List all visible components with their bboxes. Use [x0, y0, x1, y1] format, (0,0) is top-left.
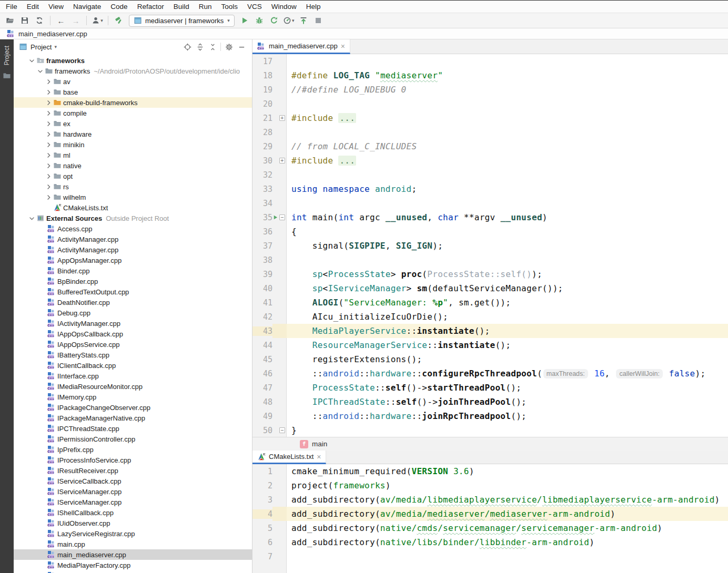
chevron-right-icon[interactable]: [44, 130, 53, 138]
hide-panel-button[interactable]: [235, 41, 248, 53]
tree-item[interactable]: C++IPermissionController.cpp: [14, 434, 252, 444]
run-button[interactable]: [238, 14, 251, 27]
tree-item[interactable]: C++IInterface.cpp: [14, 371, 252, 381]
profiler-button[interactable]: ▾: [282, 14, 296, 27]
chevron-right-icon[interactable]: [44, 193, 53, 201]
tree-item[interactable]: C++Access.cpp: [14, 223, 252, 234]
tree-item[interactable]: C++BpBinder.cpp: [14, 276, 252, 286]
chevron-down-icon[interactable]: [27, 56, 36, 65]
tree-item[interactable]: C++IAppOpsCallback.cpp: [14, 329, 252, 339]
breadcrumb-function[interactable]: main: [312, 440, 327, 448]
run-configuration-select[interactable]: mediaserver | frameworks ▾: [129, 15, 235, 27]
forward-button[interactable]: →: [69, 14, 83, 27]
chevron-down-icon[interactable]: [36, 67, 45, 75]
chevron-right-icon[interactable]: [44, 161, 53, 170]
debug-button[interactable]: [252, 14, 266, 27]
fold-marker-icon[interactable]: +: [279, 158, 285, 163]
tree-item[interactable]: C++IPCThreadState.cpp: [14, 423, 252, 434]
close-icon[interactable]: ×: [341, 43, 345, 50]
tree-item[interactable]: CMakeLists.txt: [14, 202, 252, 213]
tree-item[interactable]: C++IMediaResourceMonitor.cpp: [14, 381, 252, 392]
tree-item[interactable]: C++AppOpsManager.cpp: [14, 255, 252, 265]
tree-item[interactable]: C++ActivityManager.cpp: [14, 234, 252, 244]
tree-item[interactable]: C++IPackageChangeObserver.cpp: [14, 402, 252, 413]
tree-item[interactable]: C++Debug.cpp: [14, 308, 252, 318]
tree-item[interactable]: opt: [14, 171, 252, 181]
chevron-right-icon[interactable]: [44, 182, 53, 191]
tree-item[interactable]: rs: [14, 181, 252, 192]
menu-item-file[interactable]: File: [1, 1, 22, 13]
tree-item[interactable]: cmake-build-frameworks: [14, 97, 252, 108]
tree-item[interactable]: C++IMemory.cpp: [14, 392, 252, 402]
settings-button[interactable]: [223, 41, 235, 53]
coverage-button[interactable]: [267, 14, 281, 27]
tree-item[interactable]: C++IShellCallback.cpp: [14, 507, 252, 518]
tree-item[interactable]: C++DeathNotifier.cpp: [14, 297, 252, 308]
back-button[interactable]: ←: [54, 14, 68, 27]
chevron-right-icon[interactable]: [44, 77, 53, 86]
tree-item[interactable]: C++IServiceManager.cpp: [14, 497, 252, 507]
fold-marker-icon[interactable]: +: [279, 115, 285, 121]
chevron-right-icon[interactable]: [44, 172, 53, 180]
menu-item-view[interactable]: View: [44, 1, 68, 13]
tree-item[interactable]: wilhelm: [14, 192, 252, 202]
tree-item[interactable]: native: [14, 160, 252, 171]
chevron-right-icon[interactable]: [44, 151, 53, 159]
tree-item[interactable]: frameworks: [14, 55, 252, 66]
menu-item-code[interactable]: Code: [106, 1, 132, 13]
expand-all-button[interactable]: [194, 41, 206, 53]
menu-item-run[interactable]: Run: [194, 1, 217, 13]
collapse-all-button[interactable]: [206, 41, 219, 53]
tree-item[interactable]: C++IServiceManager.cpp: [14, 486, 252, 497]
open-button[interactable]: [3, 14, 17, 27]
tree-item[interactable]: C++IUidObserver.cpp: [14, 518, 252, 528]
chevron-down-icon[interactable]: [27, 214, 36, 222]
tree-item[interactable]: C++main.cpp: [14, 539, 252, 549]
tree-item[interactable]: C++Binder.cpp: [14, 265, 252, 276]
menu-item-edit[interactable]: Edit: [22, 1, 44, 13]
tree-item[interactable]: C++IServiceCallback.cpp: [14, 476, 252, 486]
tree-item[interactable]: C++IpPrefix.cpp: [14, 444, 252, 455]
tree-item[interactable]: frameworks~/Android/ProtonAOSP/out/devel…: [14, 66, 252, 76]
close-icon[interactable]: ×: [317, 453, 321, 461]
code-editor-cmake[interactable]: 1cmake_minimum_required(VERSION 3.6)2pro…: [252, 464, 728, 573]
caret-down-icon[interactable]: ▾: [54, 44, 57, 49]
tree-item[interactable]: C++LazyServiceRegistrar.cpp: [14, 528, 252, 539]
menu-item-build[interactable]: Build: [169, 1, 194, 13]
tree-item[interactable]: C++IActivityManager.cpp: [14, 318, 252, 329]
fold-marker-icon[interactable]: −: [279, 427, 285, 433]
menu-item-tools[interactable]: Tools: [216, 1, 242, 13]
save-button[interactable]: [18, 14, 32, 27]
tree-item[interactable]: C++IAppOpsService.cpp: [14, 339, 252, 350]
tree-item[interactable]: C++IPackageManagerNative.cpp: [14, 413, 252, 423]
tab-main-mediaserver[interactable]: C++ main_mediaserver.cpp ×: [252, 39, 350, 54]
chevron-right-icon[interactable]: [44, 88, 53, 96]
tree-item[interactable]: base: [14, 87, 252, 97]
sync-button[interactable]: [33, 14, 46, 27]
chevron-right-icon[interactable]: [44, 119, 53, 128]
tree-item[interactable]: C++MediaPlayerService.cpp: [14, 570, 252, 573]
tree-item[interactable]: External SourcesOutside Project Root: [14, 213, 252, 223]
code-editor-main[interactable]: 1718#define LOG_TAG "mediaserver"19//#de…: [252, 54, 728, 437]
chevron-right-icon[interactable]: [44, 109, 53, 117]
build-button[interactable]: [112, 14, 126, 27]
tree-item[interactable]: C++IResultReceiver.cpp: [14, 465, 252, 476]
breadcrumb-file[interactable]: main_mediaserver.cpp: [18, 30, 87, 38]
tree-item[interactable]: C++BufferedTextOutput.cpp: [14, 286, 252, 297]
tree-item[interactable]: compile: [14, 108, 252, 118]
project-panel-title[interactable]: Project: [31, 43, 52, 51]
tree-item[interactable]: C++IClientCallback.cpp: [14, 360, 252, 371]
chevron-right-icon[interactable]: [44, 98, 53, 107]
user-profile-button[interactable]: ▾: [90, 14, 104, 27]
tree-item[interactable]: hardware: [14, 129, 252, 139]
chevron-right-icon[interactable]: [44, 140, 53, 149]
tree-item[interactable]: minikin: [14, 139, 252, 150]
menu-item-navigate[interactable]: Navigate: [68, 1, 106, 13]
project-tool-tab[interactable]: Project: [3, 46, 11, 65]
menu-item-vcs[interactable]: VCS: [242, 1, 267, 13]
tree-item[interactable]: C++main_mediaserver.cpp: [14, 549, 252, 560]
tree-item[interactable]: C++ActivityManager.cpp: [14, 244, 252, 255]
menu-item-help[interactable]: Help: [301, 1, 326, 13]
tree-item[interactable]: ml: [14, 150, 252, 160]
fold-marker-icon[interactable]: −: [279, 214, 285, 220]
